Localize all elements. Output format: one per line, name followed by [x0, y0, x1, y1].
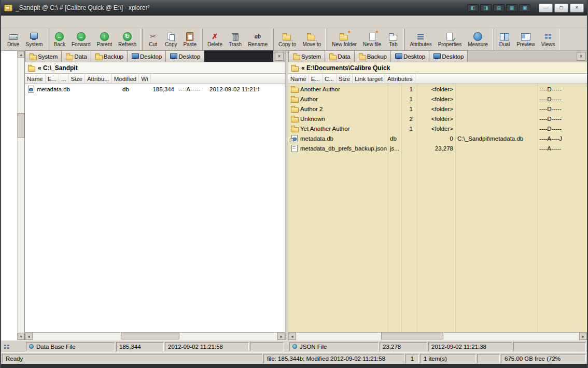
titlebar-tool-button[interactable]: ◨	[480, 4, 492, 12]
toolbar-button[interactable]: Paste	[180, 29, 200, 50]
column-header[interactable]: Wi	[139, 74, 150, 84]
menu-item[interactable]	[54, 20, 62, 23]
scrollbar-track[interactable]	[33, 333, 277, 340]
scrollbar-track[interactable]	[296, 333, 579, 340]
pane-tab[interactable]: Desktop	[127, 50, 165, 62]
scrollbar-thumb[interactable]	[381, 333, 443, 339]
scrollbar-track[interactable]	[18, 58, 24, 333]
titlebar-tool-button[interactable]: ▦	[506, 4, 517, 12]
right-tabbar: System Data Backup	[288, 51, 587, 62]
close-button[interactable]: ×	[570, 4, 584, 12]
column-header[interactable]: E...	[309, 74, 323, 84]
toolbar-button[interactable]: Copy	[162, 29, 180, 50]
pane-tab[interactable]: Backup	[91, 50, 127, 62]
column-header[interactable]: Size	[69, 74, 85, 84]
minimize-button[interactable]: —	[539, 4, 553, 12]
left-file-list[interactable]: ↗ metadata.db db 185,344 ----A----- 2012…	[25, 84, 285, 332]
toolbar-button[interactable]: ab Rename	[245, 29, 271, 50]
pane-tab[interactable]: Data	[61, 50, 90, 62]
pane-tab[interactable]: Desktop	[165, 50, 204, 62]
column-header[interactable]: Attributes	[385, 74, 415, 84]
toolbar-button[interactable]: Drive	[4, 29, 22, 50]
column-header[interactable]: C...	[323, 74, 337, 84]
toolbar-button[interactable]: Views	[538, 29, 558, 50]
menu-item[interactable]	[95, 20, 104, 23]
file-row[interactable]: ↗ metadata.db db 185,344 ----A----- 2012…	[25, 84, 285, 94]
menu-item[interactable]	[87, 20, 95, 23]
toolbar-button[interactable]: → Copy to	[275, 29, 299, 50]
column-header[interactable]: Link target	[353, 74, 385, 84]
toolbar-button[interactable]: Measure	[465, 29, 491, 50]
menu-item[interactable]	[29, 20, 37, 23]
titlebar-tool-button[interactable]: ◧	[467, 4, 479, 12]
menu-item[interactable]	[37, 20, 46, 23]
column-header[interactable]: Name	[25, 74, 46, 84]
scroll-left-arrow[interactable]: ◂	[25, 333, 33, 340]
pane-tab[interactable]: Desktop	[390, 50, 429, 62]
menu-item[interactable]	[79, 20, 87, 23]
column-header[interactable]: ...	[59, 74, 69, 84]
scroll-up-arrow[interactable]: ▴	[18, 51, 24, 58]
scroll-left-arrow[interactable]: ◂	[288, 333, 296, 340]
file-row[interactable]: ↗ Another Author 1 <folder> ----D-----	[288, 84, 587, 94]
menu-item[interactable]	[21, 20, 29, 23]
toolbar-button[interactable]: ✂ Cut	[144, 29, 162, 50]
toolbar-button[interactable]: ✓ Properties	[435, 29, 465, 50]
menu-item[interactable]	[4, 20, 12, 23]
scrollbar-thumb[interactable]	[18, 113, 24, 138]
titlebar-tool-button[interactable]: ▤	[493, 4, 505, 12]
column-header[interactable]: Modified	[112, 74, 139, 84]
toolbar-button[interactable]: System	[22, 29, 46, 50]
right-address-bar[interactable]: « E:\Documents\Calibre Quick	[288, 62, 587, 74]
quickview-scrollbar[interactable]: ▴ ▾	[17, 51, 24, 340]
titlebar-tool-button[interactable]: ▣	[519, 4, 530, 12]
scroll-right-arrow[interactable]: ▸	[579, 333, 587, 340]
quickview-line	[2, 283, 17, 289]
file-row[interactable]: ↗ metadata.db db 0 C:\_Sandpit\metadata.…	[288, 133, 587, 143]
toolbar-button[interactable]: Preview	[513, 29, 538, 50]
toolbar-button[interactable]: ↑ Parent	[94, 29, 115, 50]
toolbar-button[interactable]: → Move to	[299, 29, 324, 50]
left-address-bar[interactable]: « C:\_Sandpit	[25, 62, 285, 74]
scroll-down-arrow[interactable]: ▾	[18, 333, 24, 340]
column-header[interactable]: Name	[288, 74, 309, 84]
file-row[interactable]: ↗ metadata_db_prefs_backup.json js... 23…	[288, 143, 587, 153]
file-row[interactable]: ↗ Author 2 1 <folder> ----D-----	[288, 104, 587, 114]
close-tab-button[interactable]: ×	[577, 52, 585, 61]
scrollbar-thumb[interactable]	[121, 333, 179, 339]
left-horizontal-scrollbar[interactable]: ◂ ▸	[25, 332, 285, 340]
file-row[interactable]: ↗ Yet Another Author 1 <folder> ----D---…	[288, 124, 587, 133]
scroll-right-arrow[interactable]: ▸	[277, 333, 285, 340]
pane-tab[interactable]: System	[25, 50, 61, 62]
toolbar-button[interactable]: * New file	[360, 29, 385, 50]
column-header[interactable]: Size	[337, 74, 353, 84]
menu-item[interactable]	[46, 20, 54, 23]
pane-tab[interactable]: Backup	[354, 50, 390, 62]
titlebar[interactable]: _Sandpit @ C:\ # [Calibre Quick @ E:\] -…	[1, 0, 587, 16]
pane-tab[interactable]: Data	[325, 50, 354, 62]
file-row[interactable]: ↗ Author 1 <folder> ----D-----	[288, 94, 587, 104]
pane-tab[interactable]: System	[288, 50, 325, 62]
toolbar-button[interactable]: → Forward	[68, 29, 94, 50]
right-horizontal-scrollbar[interactable]: ◂ ▸	[288, 332, 587, 340]
close-tab-button[interactable]: ×	[275, 52, 284, 61]
column-header[interactable]: Attribu...	[85, 74, 112, 84]
toolbar-button[interactable]: * New folder	[329, 29, 360, 50]
quickview-corner[interactable]	[1, 340, 25, 352]
toolbar-button[interactable]: ← Back	[51, 29, 68, 50]
pane-tab[interactable]: Desktop	[429, 50, 468, 62]
menu-item[interactable]	[12, 20, 21, 23]
menu-item[interactable]	[62, 20, 71, 23]
right-file-list[interactable]: ↗ Another Author 1 <folder> ----D-----	[288, 84, 587, 332]
menu-item[interactable]	[71, 20, 79, 23]
column-header[interactable]: E...	[46, 74, 59, 84]
toolbar-button[interactable]: Tab	[384, 29, 402, 50]
toolbar-button[interactable]: ✗ Delete	[204, 29, 226, 50]
maximize-button[interactable]: □	[554, 4, 568, 12]
file-row[interactable]: ↗ Unknown 2 <folder> ----D-----	[288, 114, 587, 124]
toolbar-button[interactable]: Attributes	[407, 29, 435, 50]
toolbar-button[interactable]: ↻ Refresh	[115, 29, 139, 50]
toolbar-button[interactable]: Trash	[226, 29, 245, 50]
toolbar-button[interactable]: Dual	[496, 29, 513, 50]
folder-icon	[329, 53, 337, 60]
